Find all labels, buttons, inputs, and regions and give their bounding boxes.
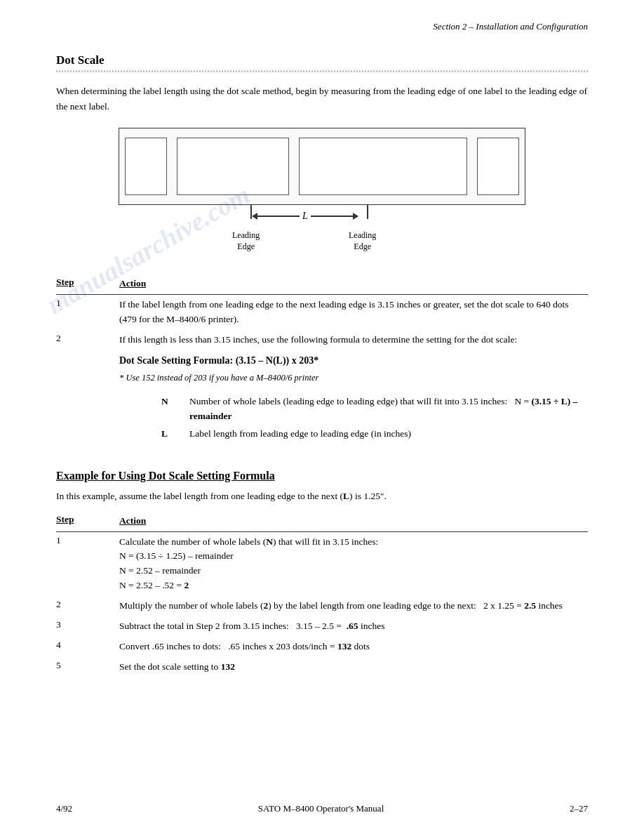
arrow-left-head <box>252 213 257 220</box>
example-title: Example for Using Dot Scale Setting Form… <box>56 470 588 482</box>
example-step-col-header: Step <box>56 511 119 531</box>
example-step-5-action: Set the dot scale setting to 132 <box>119 657 588 677</box>
steps-header: Step Action <box>56 274 588 294</box>
arrow-shaft-left <box>257 216 300 217</box>
label-box-right-partial <box>477 138 519 195</box>
variable-row-n: N Number of whole labels (leading edge t… <box>161 393 588 425</box>
page-header: Section 2 – Installation and Configurati… <box>56 21 588 32</box>
leading-edge-label-2: LeadingEdge <box>349 230 376 252</box>
table-row: 1 If the label length from one leading e… <box>56 295 588 330</box>
steps-table-1: Step Action 1 If the label length from o… <box>56 274 588 456</box>
step-action-2: If this length is less than 3.15 inches,… <box>119 330 588 456</box>
table-row: 2 Multiply the number of whole labels (2… <box>56 596 588 616</box>
example-step-1-num: 1 <box>56 531 119 596</box>
page-title: Dot Scale <box>56 53 588 67</box>
step-col-header: Step <box>56 274 119 294</box>
arrow-container: L <box>119 205 525 230</box>
example-step-3-num: 3 <box>56 616 119 637</box>
label-box-right <box>299 138 467 195</box>
action-col-header: Action <box>119 274 588 294</box>
edge-labels: LeadingEdge LeadingEdge <box>119 230 525 257</box>
title-divider <box>56 70 588 72</box>
table-row: 5 Set the dot scale setting to 132 <box>56 657 588 677</box>
formula-line: Dot Scale Setting Formula: (3.15 – N(L))… <box>119 353 588 369</box>
example-step-3-action: Subtract the total in Step 2 from 3.15 i… <box>119 616 588 637</box>
tick-right <box>367 205 368 219</box>
table-row: 4 Convert .65 inches to dots: .65 inches… <box>56 637 588 657</box>
example-intro: In this example, assume the label length… <box>56 489 588 504</box>
arrow-label: L <box>302 211 308 222</box>
var-n: N <box>161 393 189 425</box>
footnote: * Use 152 instead of 203 if you have a M… <box>119 371 588 385</box>
arrow-right-head <box>353 213 358 220</box>
page-footer: 4/92 SATO M–8400 Operator's Manual 2–27 <box>56 803 588 814</box>
footer-right: 2–27 <box>570 803 588 814</box>
var-l-desc: Label length from leading edge to leadin… <box>189 425 588 443</box>
table-row: 1 Calculate the number of whole labels (… <box>56 531 588 596</box>
label-diagram <box>119 128 525 205</box>
footer-center: SATO M–8400 Operator's Manual <box>258 803 384 814</box>
label-box-left-partial <box>125 138 167 195</box>
var-l: L <box>161 425 189 443</box>
example-step-2-action: Multiply the number of whole labels (2) … <box>119 596 588 616</box>
example-step-1-action: Calculate the number of whole labels (N)… <box>119 531 588 596</box>
intro-text: When determining the label length using … <box>56 84 588 114</box>
leading-edge-label-1: LeadingEdge <box>232 230 260 252</box>
arrow-row: L <box>252 211 358 222</box>
example-step-4-action: Convert .65 inches to dots: .65 inches x… <box>119 637 588 657</box>
header-section-text: Section 2 – Installation and Configurati… <box>433 21 588 32</box>
table-row: 2 If this length is less than 3.15 inche… <box>56 330 588 456</box>
table-row: 3 Subtract the total in Step 2 from 3.15… <box>56 616 588 637</box>
footer-left: 4/92 <box>56 803 72 814</box>
example-action-col-header: Action <box>119 511 588 531</box>
step-number-2: 2 <box>56 330 119 456</box>
label-diagram-wrapper: L LeadingEdge LeadingEdge <box>56 128 588 257</box>
step-number-1: 1 <box>56 295 119 330</box>
example-step-5-num: 5 <box>56 657 119 677</box>
variable-table: N Number of whole labels (leading edge t… <box>161 393 588 443</box>
var-n-desc: Number of whole labels (leading edge to … <box>189 393 588 425</box>
arrow-shaft-right <box>311 216 353 217</box>
example-steps-header: Step Action <box>56 511 588 531</box>
example-step-4-num: 4 <box>56 637 119 657</box>
example-steps-table: Step Action 1 Calculate the number of wh… <box>56 511 588 677</box>
example-step-2-num: 2 <box>56 596 119 616</box>
label-box-center <box>177 138 289 195</box>
variable-row-l: L Label length from leading edge to lead… <box>161 425 588 443</box>
step-action-1: If the label length from one leading edg… <box>119 295 588 330</box>
